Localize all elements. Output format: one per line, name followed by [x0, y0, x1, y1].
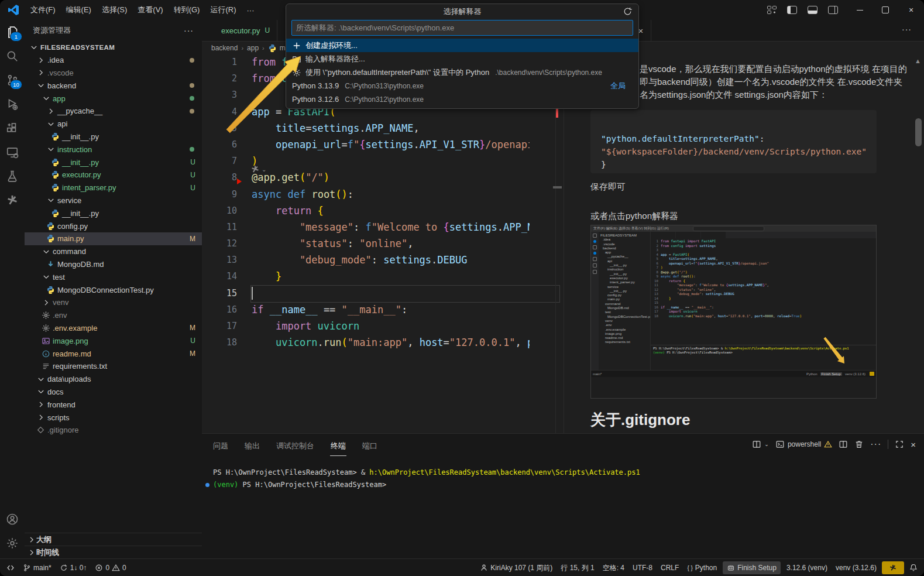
status-remote-indicator[interactable] [2, 561, 19, 574]
status-eol[interactable]: CRLF [657, 561, 683, 574]
tree-item-test[interactable]: test [25, 270, 202, 283]
picker-item-0[interactable]: 创建虚拟环境... [286, 39, 638, 52]
maximize-button[interactable] [873, 0, 898, 20]
tree-item-__init__.py[interactable]: __init__.py [25, 131, 202, 143]
toggle-secondary-sidebar-icon[interactable] [828, 6, 838, 14]
status-blame[interactable]: KiriAky 107 (1 周前) [476, 561, 557, 574]
panel-more-icon[interactable]: ··· [870, 439, 881, 450]
panel-tab-终端[interactable]: 终端 [330, 436, 346, 456]
tree-item-.idea[interactable]: .idea [25, 54, 202, 67]
menu-[interactable]: ··· [241, 4, 259, 17]
activity-remote-explorer[interactable] [0, 140, 25, 164]
tree-item-image.png[interactable]: image.pngU [25, 334, 202, 347]
tree-item-app[interactable]: app [25, 92, 202, 105]
interpreter-input[interactable]: 所选解释器: .\backend\venv\Scripts\python.exe [291, 20, 633, 36]
toggle-sidebar-icon[interactable] [787, 6, 797, 14]
activity-testing[interactable] [0, 164, 25, 188]
code-line-5[interactable]: 5 title=settings.APP_NAME, [202, 120, 564, 136]
status-finish-setup[interactable]: Finish Setup [723, 561, 781, 574]
tree-item-FILESREADSYSTEAM[interactable]: FILESREADSYSTEAM [25, 41, 202, 54]
tree-item-service[interactable]: service [25, 194, 202, 207]
tree-item-backend[interactable]: backend [25, 79, 202, 92]
command-decoration-dot[interactable] [205, 483, 209, 487]
tree-item-data-uploads[interactable]: data\uploads [25, 373, 202, 386]
refresh-icon[interactable] [623, 6, 633, 16]
breadcrumb-item[interactable]: backend [211, 44, 238, 52]
tree-item-.vscode[interactable]: .vscode [25, 67, 202, 80]
status-extension-gold[interactable] [882, 561, 904, 574]
picker-item-4[interactable]: Python 3.12.6C:\Python312\python.exe [286, 92, 638, 106]
code-line-6[interactable]: 6 openapi_url=f"{settings.API_V1_STR}/op… [202, 136, 564, 153]
status-encoding[interactable]: UTF-8 [628, 561, 657, 574]
picker-item-1[interactable]: 输入解释器路径... [286, 52, 638, 66]
status-venv-version[interactable]: venv (3.12.6) [832, 561, 881, 574]
status-cursor-position[interactable]: 行 15, 列 1 [557, 561, 598, 574]
picker-item-tag[interactable]: 全局 [610, 81, 633, 91]
menu-g[interactable]: 转到(G) [169, 2, 205, 18]
close-window-button[interactable]: × [898, 0, 924, 20]
kill-terminal-icon[interactable] [854, 440, 864, 449]
menu-s[interactable]: 选择(S) [97, 2, 132, 18]
tree-item-requirements.txt[interactable]: requirements.txt [25, 360, 202, 373]
tree-item-MongoDB.md[interactable]: MongoDB.md [25, 258, 202, 271]
minimize-button[interactable] [847, 0, 873, 20]
code-line-17[interactable]: 17 import uvicorn [202, 318, 564, 334]
code-line-15[interactable]: 15 [202, 285, 564, 301]
tree-item-.env.example[interactable]: .env.exampleM [25, 322, 202, 335]
code-line-10[interactable]: 10 return { [202, 203, 564, 219]
close-panel-icon[interactable]: × [911, 440, 916, 450]
picker-item-2[interactable]: 使用 \"python.defaultInterpreterPath\" 设置中… [286, 66, 638, 79]
inline-chat-hint[interactable]: ⌄ [250, 164, 266, 174]
terminal-shell-item[interactable]: powershell [775, 440, 832, 449]
explorer-more-icon[interactable]: ··· [184, 26, 194, 35]
tree-item-.env[interactable]: .env [25, 309, 202, 322]
customize-layout-icon[interactable] [767, 6, 777, 14]
toggle-panel-icon[interactable] [808, 6, 817, 14]
tree-item-docs[interactable]: docs [25, 386, 202, 399]
section-时间线[interactable]: 时间线 [25, 546, 202, 558]
panel-tab-输出[interactable]: 输出 [244, 436, 260, 456]
activity-extensions[interactable] [0, 116, 25, 140]
activity-accounts[interactable] [0, 507, 25, 531]
panel-tab-端口[interactable]: 端口 [362, 436, 378, 456]
code-line-11[interactable]: 11 "message": f"Welcome to {settings.APP… [202, 219, 564, 235]
picker-item-3[interactable]: Python 3.13.9C:\Python313\python.exe全局 [286, 79, 638, 92]
tree-item-scripts[interactable]: scripts [25, 411, 202, 424]
activity-source-control[interactable]: 10 [0, 68, 25, 92]
preview-scrollbar-thumb[interactable] [915, 118, 922, 146]
code-line-12[interactable]: 12 "status": "online", [202, 235, 564, 252]
menu-e[interactable]: 编辑(E) [61, 2, 97, 18]
tree-item-main.py[interactable]: main.pyM [25, 232, 202, 245]
terminal-output[interactable]: PS H:\OwnProject\FilesReadSysteam> & h:\… [202, 467, 924, 491]
status-problems[interactable]: 00 [91, 561, 130, 574]
launch-dropdown-icon[interactable]: ⌄ [764, 441, 769, 447]
breadcrumb-item[interactable]: app [247, 44, 259, 52]
tree-item-instruction[interactable]: instruction [25, 143, 202, 156]
panel-tab-调试控制台[interactable]: 调试控制台 [276, 436, 315, 456]
scroll-up-icon[interactable]: ▲ [915, 57, 921, 64]
menu-r[interactable]: 运行(R) [205, 2, 241, 18]
code-line-18[interactable]: 18 uvicorn.run("main:app", host="127.0.0… [202, 334, 564, 351]
status-language[interactable]: { }Python [683, 561, 721, 574]
tree-item-venv[interactable]: venv [25, 296, 202, 309]
section-大纲[interactable]: 大纲 [25, 533, 202, 546]
menu-v[interactable]: 查看(V) [132, 2, 168, 18]
split-terminal-icon[interactable] [839, 440, 848, 449]
tab-executor-py[interactable]: executor.py U [202, 20, 277, 41]
activity-custom-extension[interactable] [0, 188, 25, 212]
activity-explorer[interactable]: 1 [0, 20, 25, 44]
tree-item-__pycache__[interactable]: __pycache__ [25, 105, 202, 118]
tree-item-readme.md[interactable]: readme.mdM [25, 347, 202, 360]
tree-item-api[interactable]: api [25, 118, 202, 131]
code-line-16[interactable]: 16if __name__ == "__main__": [202, 301, 564, 318]
tree-item-intent_parser.py[interactable]: intent_parser.pyU [25, 181, 202, 194]
split-launch-icon[interactable] [752, 440, 761, 449]
tree-item-config.py[interactable]: config.py [25, 220, 202, 232]
activity-settings[interactable] [0, 531, 25, 555]
code-line-9[interactable]: 9async def root(): [202, 186, 564, 203]
preview-more-icon[interactable]: ··· [902, 25, 912, 34]
status-notifications[interactable] [905, 561, 922, 574]
menu-f[interactable]: 文件(F) [25, 2, 61, 18]
tree-item-command[interactable]: command [25, 245, 202, 258]
panel-tab-问题[interactable]: 问题 [212, 436, 229, 456]
